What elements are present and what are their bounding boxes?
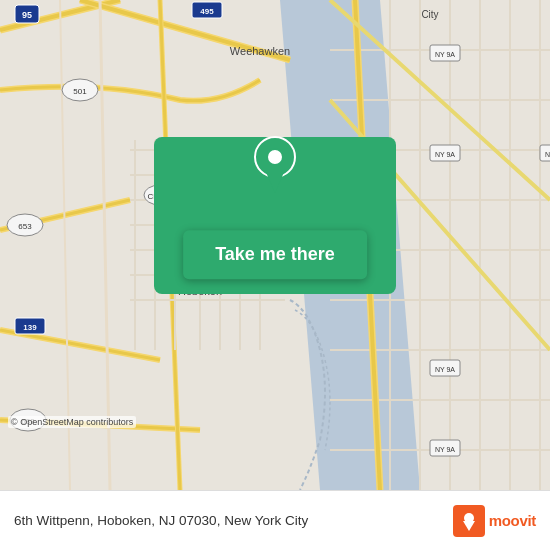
bottom-bar: 6th Wittpenn, Hoboken, NJ 07030, New Yor… (0, 490, 550, 550)
svg-text:City: City (421, 9, 438, 20)
svg-text:NY 9A: NY 9A (435, 366, 455, 373)
osm-attribution: © OpenStreetMap contributors (8, 416, 136, 428)
svg-text:Weehawken: Weehawken (230, 45, 290, 57)
svg-text:NY 9A: NY 9A (435, 151, 455, 158)
svg-text:NY 9A: NY 9A (435, 51, 455, 58)
map-container: 95 495 501 653 139 639 NY 9A NY 9A NY 9A… (0, 0, 550, 490)
moovit-logo: moovit (453, 505, 536, 537)
svg-text:NY 9A: NY 9A (545, 151, 550, 158)
svg-text:95: 95 (22, 10, 32, 20)
svg-text:501: 501 (73, 87, 87, 96)
take-me-there-button[interactable]: Take me there (183, 230, 367, 279)
moovit-icon (453, 505, 485, 537)
svg-text:139: 139 (23, 323, 37, 332)
moovit-label: moovit (489, 512, 536, 529)
svg-text:NY 9A: NY 9A (435, 446, 455, 453)
map-pin-icon (250, 135, 300, 195)
svg-text:495: 495 (200, 7, 214, 16)
svg-text:653: 653 (18, 222, 32, 231)
svg-point-80 (267, 149, 283, 165)
address-text: 6th Wittpenn, Hoboken, NJ 07030, New Yor… (14, 513, 308, 528)
svg-marker-79 (265, 170, 285, 193)
